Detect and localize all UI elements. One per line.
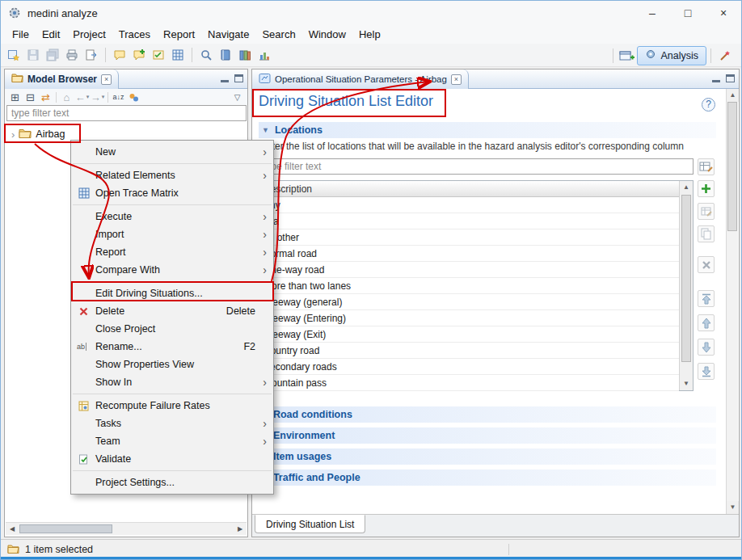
hscroll-thumb[interactable] bbox=[19, 524, 112, 533]
menu-item-compare-with[interactable]: Compare With› bbox=[71, 261, 273, 279]
table-scroll-thumb[interactable] bbox=[681, 195, 691, 362]
menu-report[interactable]: Report bbox=[157, 25, 201, 44]
menu-item-project-settings[interactable]: Project Settings... bbox=[71, 474, 273, 491]
table-row[interactable]: Mountain pass bbox=[259, 375, 679, 391]
menu-file[interactable]: File bbox=[6, 25, 36, 44]
move-bottom-button[interactable] bbox=[698, 363, 715, 380]
perspective-analysis-button[interactable]: Analysis bbox=[637, 46, 706, 65]
expand-all-icon[interactable]: ⊞ bbox=[7, 90, 23, 104]
table-row[interactable]: Freeway (Entering) bbox=[259, 310, 679, 326]
library-icon[interactable] bbox=[235, 45, 255, 65]
wand-icon[interactable] bbox=[715, 46, 735, 65]
table-row[interactable]: Any bbox=[259, 197, 679, 213]
menu-item-rename[interactable]: abRename...F2 bbox=[71, 338, 273, 356]
maximize-editor-icon[interactable] bbox=[726, 74, 735, 82]
report-book-icon[interactable] bbox=[216, 45, 235, 65]
menu-item-show-properties-view[interactable]: Show Properties View bbox=[71, 356, 273, 373]
scroll-down-icon[interactable]: ▼ bbox=[727, 501, 739, 514]
menu-item-import[interactable]: Import› bbox=[71, 225, 273, 243]
menu-item-close-project[interactable]: Close Project bbox=[71, 320, 273, 338]
back-icon[interactable]: ←▾ bbox=[74, 90, 90, 104]
menu-item-recompute-failure-rates[interactable]: Recompute Failure Rates bbox=[71, 397, 273, 415]
move-top-button[interactable] bbox=[698, 290, 715, 307]
chart-icon[interactable] bbox=[255, 45, 274, 65]
save-all-icon[interactable] bbox=[43, 45, 62, 65]
menu-item-show-in[interactable]: Show In› bbox=[71, 373, 273, 391]
help-icon[interactable]: ? bbox=[702, 98, 715, 112]
menu-help[interactable]: Help bbox=[352, 25, 387, 44]
menu-item-validate[interactable]: Validate bbox=[71, 450, 273, 468]
home-icon[interactable]: ⌂ bbox=[59, 90, 74, 104]
close-view-icon[interactable]: × bbox=[101, 74, 112, 85]
scroll-right-icon[interactable]: ▶ bbox=[234, 525, 247, 533]
close-button[interactable]: × bbox=[706, 1, 741, 25]
table-row[interactable]: All other bbox=[259, 229, 679, 246]
tab-operational-situation-parameters[interactable]: Operational Situation Parameters - Airba… bbox=[252, 69, 469, 89]
menu-item-delete[interactable]: DeleteDelete bbox=[71, 302, 273, 320]
move-up-button[interactable] bbox=[698, 314, 715, 331]
scroll-up-icon[interactable]: ▲ bbox=[727, 89, 739, 102]
scroll-left-icon[interactable]: ◀ bbox=[6, 525, 19, 533]
sort-alphabetical-icon[interactable]: a↓z bbox=[111, 90, 126, 104]
menu-item-report[interactable]: Report› bbox=[71, 243, 273, 261]
section-environment[interactable]: ▶ Environment bbox=[259, 427, 716, 444]
filter-settings-icon[interactable] bbox=[698, 158, 715, 175]
edit-location-button[interactable] bbox=[698, 203, 715, 220]
link-with-editor-icon[interactable]: ⇄ bbox=[38, 90, 53, 104]
table-row[interactable]: Country road bbox=[259, 343, 679, 359]
trace-matrix-toolbar-icon[interactable] bbox=[168, 45, 188, 65]
menu-item-open-trace-matrix[interactable]: Open Trace Matrix bbox=[71, 184, 273, 202]
maximize-view-icon[interactable] bbox=[234, 74, 243, 82]
table-row[interactable]: Freeway (general) bbox=[259, 294, 679, 310]
menu-navigate[interactable]: Navigate bbox=[201, 25, 255, 44]
menu-search[interactable]: Search bbox=[255, 25, 301, 44]
view-menu-icon[interactable]: ▽ bbox=[230, 90, 245, 104]
tree-item-airbag[interactable]: › Airbag bbox=[11, 126, 65, 142]
section-item-usages[interactable]: ▶ Item usages bbox=[259, 448, 716, 465]
task-icon[interactable] bbox=[149, 45, 168, 65]
table-row[interactable]: N/a bbox=[259, 213, 679, 229]
menu-item-execute[interactable]: Execute› bbox=[71, 208, 273, 225]
add-location-button[interactable] bbox=[698, 180, 715, 197]
table-row[interactable]: One-way road bbox=[259, 262, 679, 278]
editor-scroll-thumb[interactable] bbox=[727, 102, 737, 231]
table-row[interactable]: More than two lanes bbox=[259, 278, 679, 294]
copy-location-button[interactable] bbox=[698, 225, 715, 242]
comment-icon[interactable] bbox=[110, 45, 129, 65]
model-browser-hscrollbar[interactable]: ◀ ▶ bbox=[6, 522, 247, 535]
save-icon[interactable] bbox=[23, 45, 43, 65]
menu-traces[interactable]: Traces bbox=[112, 25, 157, 44]
menu-window[interactable]: Window bbox=[302, 25, 352, 44]
tab-driving-situation-list[interactable]: Driving Situation List bbox=[255, 515, 365, 533]
menu-edit[interactable]: Edit bbox=[36, 25, 66, 44]
export-icon[interactable] bbox=[82, 45, 101, 65]
menu-item-team[interactable]: Team› bbox=[71, 432, 273, 450]
table-row[interactable]: Normal road bbox=[259, 246, 679, 262]
new-wizard-icon[interactable] bbox=[4, 45, 23, 65]
minimize-editor-icon[interactable] bbox=[712, 80, 720, 82]
section-locations[interactable]: ▼ Locations bbox=[259, 122, 716, 138]
forward-icon[interactable]: →▾ bbox=[90, 90, 105, 104]
model-browser-filter-input[interactable] bbox=[6, 105, 247, 121]
maximize-button[interactable]: □ bbox=[670, 1, 706, 25]
delete-location-button[interactable] bbox=[698, 256, 715, 273]
print-icon[interactable] bbox=[62, 45, 82, 65]
section-expanded-icon[interactable]: ▼ bbox=[262, 126, 269, 134]
section-road-conditions[interactable]: ▶ Road conditions bbox=[259, 406, 716, 423]
section-traffic-and-people[interactable]: ▶ Traffic and People bbox=[259, 469, 716, 486]
menu-item-edit-driving-situations[interactable]: Edit Driving Situations... bbox=[71, 284, 273, 302]
minimize-button[interactable]: – bbox=[634, 1, 670, 25]
table-vscrollbar[interactable]: ▲ ▼ bbox=[679, 181, 693, 390]
menu-item-related-elements[interactable]: Related Elements› bbox=[71, 166, 273, 184]
menu-item-tasks[interactable]: Tasks› bbox=[71, 415, 273, 432]
locations-filter-input[interactable] bbox=[259, 158, 694, 175]
search-icon[interactable] bbox=[196, 45, 216, 65]
move-down-button[interactable] bbox=[698, 339, 715, 356]
editor-vscrollbar[interactable]: ▲ ▼ bbox=[726, 89, 738, 514]
view-filter-icon[interactable] bbox=[126, 90, 141, 104]
table-row[interactable]: Secondary roads bbox=[259, 359, 679, 375]
close-editor-icon[interactable]: × bbox=[451, 74, 462, 85]
tab-model-browser[interactable]: Model Browser × bbox=[5, 69, 119, 89]
new-comment-icon[interactable] bbox=[129, 45, 149, 65]
open-perspective-icon[interactable] bbox=[618, 46, 637, 65]
